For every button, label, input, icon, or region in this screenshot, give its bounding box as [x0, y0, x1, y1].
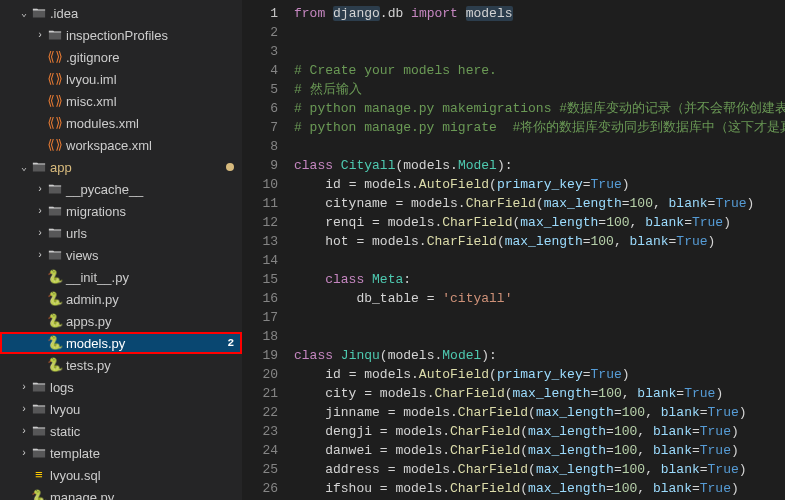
- tree-item-logs[interactable]: ›logs: [0, 376, 242, 398]
- folder-icon: [46, 226, 64, 240]
- chevron-icon[interactable]: ⌄: [18, 161, 30, 173]
- folder-icon: [46, 248, 64, 262]
- tree-item-inspectionprofiles[interactable]: ›inspectionProfiles: [0, 24, 242, 46]
- db-icon: ≡: [30, 468, 48, 483]
- tree-item-label: migrations: [66, 204, 242, 219]
- line-number: 14: [242, 251, 278, 270]
- code-line[interactable]: id = models.AutoField(primary_key=True): [294, 365, 785, 384]
- chevron-icon[interactable]: ›: [18, 448, 30, 459]
- tree-item-static[interactable]: ›static: [0, 420, 242, 442]
- code-line[interactable]: # Create your models here.: [294, 61, 785, 80]
- code-line[interactable]: address = models.CharField(max_length=10…: [294, 460, 785, 479]
- chevron-icon[interactable]: ›: [34, 250, 46, 261]
- tree-item-lvyou[interactable]: ›lvyou: [0, 398, 242, 420]
- tree-item-admin-py[interactable]: 🐍admin.py: [0, 288, 242, 310]
- code-line[interactable]: id = models.AutoField(primary_key=True): [294, 175, 785, 194]
- tree-item-models-py[interactable]: 🐍models.py2: [0, 332, 242, 354]
- code-line[interactable]: # python manage.py migrate #将你的数据库变动同步到数…: [294, 118, 785, 137]
- code-line[interactable]: hot = models.CharField(max_length=100, b…: [294, 232, 785, 251]
- tree-item-label: lvyou.iml: [66, 72, 242, 87]
- line-number: 16: [242, 289, 278, 308]
- line-number: 18: [242, 327, 278, 346]
- code-line[interactable]: [294, 23, 785, 42]
- code-line[interactable]: danwei = models.CharField(max_length=100…: [294, 441, 785, 460]
- changes-badge: 2: [219, 337, 242, 349]
- tree-item-label: apps.py: [66, 314, 242, 329]
- tree-item--gitignore[interactable]: ⟪⟫.gitignore: [0, 46, 242, 68]
- tree-item-manage-py[interactable]: 🐍manage.py: [0, 486, 242, 500]
- modified-dot-icon: [226, 163, 234, 171]
- tree-item---init---py[interactable]: 🐍__init__.py: [0, 266, 242, 288]
- folder-icon: [30, 160, 48, 174]
- tree-item-tests-py[interactable]: 🐍tests.py: [0, 354, 242, 376]
- line-number: 20: [242, 365, 278, 384]
- tree-item-label: .idea: [50, 6, 242, 21]
- chevron-icon[interactable]: ⌄: [18, 7, 30, 19]
- tree-item-label: inspectionProfiles: [66, 28, 242, 43]
- code-line[interactable]: renqi = models.CharField(max_length=100,…: [294, 213, 785, 232]
- code-line[interactable]: # 然后输入: [294, 80, 785, 99]
- line-number: 13: [242, 232, 278, 251]
- code-line[interactable]: city = models.CharField(max_length=100, …: [294, 384, 785, 403]
- tree-item-lvyou-iml[interactable]: ⟪⟫lvyou.iml: [0, 68, 242, 90]
- tree-item-label: __init__.py: [66, 270, 242, 285]
- tree-item-apps-py[interactable]: 🐍apps.py: [0, 310, 242, 332]
- xml-icon: ⟪⟫: [46, 137, 64, 153]
- code-line[interactable]: class Jinqu(models.Model):: [294, 346, 785, 365]
- tree-item-label: app: [50, 160, 226, 175]
- code-line[interactable]: dengji = models.CharField(max_length=100…: [294, 422, 785, 441]
- tree-item-template[interactable]: ›template: [0, 442, 242, 464]
- code-line[interactable]: class Meta:: [294, 270, 785, 289]
- chevron-icon[interactable]: ›: [18, 404, 30, 415]
- chevron-icon[interactable]: ›: [34, 228, 46, 239]
- tree-item-modules-xml[interactable]: ⟪⟫modules.xml: [0, 112, 242, 134]
- tree-item-app[interactable]: ⌄app: [0, 156, 242, 178]
- line-number: 3: [242, 42, 278, 61]
- code-line[interactable]: cityname = models.CharField(max_length=1…: [294, 194, 785, 213]
- tree-item-label: manage.py: [50, 490, 242, 501]
- tree-item-label: lvyou.sql: [50, 468, 242, 483]
- code-line[interactable]: class Cityall(models.Model):: [294, 156, 785, 175]
- xml-icon: ⟪⟫: [46, 49, 64, 65]
- line-number: 6: [242, 99, 278, 118]
- tree-item-urls[interactable]: ›urls: [0, 222, 242, 244]
- tree-item-migrations[interactable]: ›migrations: [0, 200, 242, 222]
- py-icon: 🐍: [30, 489, 48, 500]
- tree-item-label: urls: [66, 226, 242, 241]
- line-number: 21: [242, 384, 278, 403]
- chevron-icon[interactable]: ›: [18, 382, 30, 393]
- code-line[interactable]: [294, 308, 785, 327]
- line-number: 12: [242, 213, 278, 232]
- code-line[interactable]: [294, 42, 785, 61]
- tree-item-misc-xml[interactable]: ⟪⟫misc.xml: [0, 90, 242, 112]
- tree-item-views[interactable]: ›views: [0, 244, 242, 266]
- code-line[interactable]: [294, 137, 785, 156]
- tree-item-label: lvyou: [50, 402, 242, 417]
- chevron-icon[interactable]: ›: [34, 184, 46, 195]
- tree-item-label: modules.xml: [66, 116, 242, 131]
- line-number: 1: [242, 4, 278, 23]
- file-explorer[interactable]: ⌄.idea›inspectionProfiles⟪⟫.gitignore⟪⟫l…: [0, 0, 242, 500]
- chevron-icon[interactable]: ›: [18, 426, 30, 437]
- code-line[interactable]: [294, 327, 785, 346]
- code-editor[interactable]: 1234567891011121314151617181920212223242…: [242, 0, 785, 500]
- code-line[interactable]: [294, 251, 785, 270]
- code-line[interactable]: from django.db import models: [294, 4, 785, 23]
- line-number: 5: [242, 80, 278, 99]
- tree-item-lvyou-sql[interactable]: ≡lvyou.sql: [0, 464, 242, 486]
- chevron-icon[interactable]: ›: [34, 30, 46, 41]
- code-line[interactable]: # python manage.py makemigrations #数据库变动…: [294, 99, 785, 118]
- tree-item-label: misc.xml: [66, 94, 242, 109]
- tree-item---pycache--[interactable]: ›__pycache__: [0, 178, 242, 200]
- tree-item--idea[interactable]: ⌄.idea: [0, 2, 242, 24]
- code-line[interactable]: jinname = models.CharField(max_length=10…: [294, 403, 785, 422]
- tree-item-label: tests.py: [66, 358, 242, 373]
- py-icon: 🐍: [46, 357, 64, 373]
- code-line[interactable]: ifshou = models.CharField(max_length=100…: [294, 479, 785, 498]
- chevron-icon[interactable]: ›: [34, 206, 46, 217]
- tree-item-label: admin.py: [66, 292, 242, 307]
- code-content[interactable]: from django.db import models # Create yo…: [290, 0, 785, 500]
- tree-item-label: .gitignore: [66, 50, 242, 65]
- code-line[interactable]: db_table = 'cityall': [294, 289, 785, 308]
- tree-item-workspace-xml[interactable]: ⟪⟫workspace.xml: [0, 134, 242, 156]
